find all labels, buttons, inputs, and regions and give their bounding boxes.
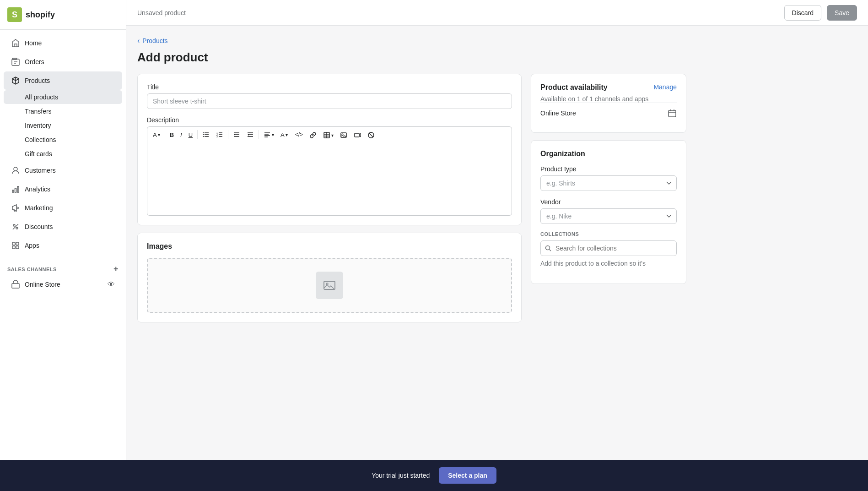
sidebar-sub-transfers[interactable]: Transfers <box>4 104 122 118</box>
vendor-label: Vendor <box>540 198 677 206</box>
svg-rect-15 <box>12 246 15 249</box>
svg-rect-3 <box>12 59 19 65</box>
svg-rect-13 <box>12 242 15 245</box>
indent-btn[interactable] <box>230 129 243 140</box>
svg-rect-7 <box>12 190 14 192</box>
eye-icon[interactable]: 👁 <box>108 280 115 289</box>
sidebar-sub-collections[interactable]: Collections <box>4 133 122 147</box>
save-button[interactable]: Save <box>827 5 857 21</box>
shopify-logo-icon: S <box>7 7 22 22</box>
sidebar-sub-gift-cards[interactable]: Gift cards <box>4 147 122 161</box>
availability-header: Product availability Manage <box>540 83 677 92</box>
svg-rect-47 <box>355 133 359 137</box>
content-area: ‹ Products Add product Title Description <box>126 26 868 491</box>
toolbar-row-2: ▾ <box>307 130 377 141</box>
sidebar-item-label: Home <box>25 39 42 47</box>
page-title: Add product <box>137 50 857 65</box>
sidebar-item-label: Orders <box>25 58 44 65</box>
bold-btn[interactable]: B <box>167 130 177 140</box>
online-store-channel-label: Online Store <box>540 109 576 117</box>
sidebar-item-label: Customers <box>25 167 56 174</box>
vendor-select[interactable]: e.g. Nike <box>540 208 677 224</box>
sidebar-item-home[interactable]: Home <box>4 34 122 52</box>
svg-rect-41 <box>324 132 329 138</box>
video-btn[interactable] <box>351 130 364 141</box>
underline-btn[interactable]: U <box>186 130 195 140</box>
search-icon <box>545 245 551 251</box>
divider <box>165 130 165 139</box>
images-card: Images <box>137 233 522 322</box>
sidebar-item-customers[interactable]: Customers <box>4 161 122 180</box>
calendar-icon[interactable] <box>668 109 677 118</box>
svg-rect-52 <box>669 110 676 117</box>
sidebar-sub-inventory[interactable]: Inventory <box>4 119 122 132</box>
sidebar-item-label: Analytics <box>25 185 50 193</box>
collections-search-wrapper <box>540 240 677 256</box>
customers-icon <box>11 166 20 175</box>
sidebar-item-orders[interactable]: Orders <box>4 53 122 71</box>
home-icon <box>11 38 20 48</box>
sidebar-item-analytics[interactable]: Analytics <box>4 180 122 198</box>
product-type-select[interactable]: e.g. Shirts <box>540 175 677 191</box>
description-label: Description <box>147 116 512 124</box>
divider <box>259 130 259 139</box>
svg-line-49 <box>369 133 373 137</box>
analytics-icon <box>11 185 20 194</box>
svg-rect-16 <box>16 246 19 249</box>
svg-point-23 <box>203 134 204 135</box>
products-icon <box>11 76 20 85</box>
image-btn[interactable] <box>337 130 350 141</box>
discounts-icon <box>11 222 20 231</box>
svg-rect-9 <box>17 186 19 192</box>
availability-card: Product availability Manage Available on… <box>531 74 686 133</box>
collections-sub-text: Add this product to a collection so it's <box>540 260 677 267</box>
sidebar-item-discounts[interactable]: Discounts <box>4 218 122 236</box>
manage-link[interactable]: Manage <box>653 83 677 91</box>
content-grid: Title Description A ▾ <box>137 74 686 330</box>
sidebar-item-apps[interactable]: Apps <box>4 236 122 255</box>
images-drop-zone[interactable] <box>147 258 512 313</box>
sidebar-item-marketing[interactable]: Marketing <box>4 199 122 217</box>
unordered-list-btn[interactable] <box>199 129 212 140</box>
breadcrumb[interactable]: ‹ Products <box>137 37 857 45</box>
sidebar-item-products[interactable]: Products <box>4 71 122 90</box>
logo-text: shopify <box>26 10 55 20</box>
discard-button[interactable]: Discard <box>784 5 821 21</box>
product-type-label: Product type <box>540 165 677 173</box>
link-btn[interactable] <box>307 130 319 141</box>
organization-title: Organization <box>540 150 677 158</box>
select-plan-button[interactable]: Select a plan <box>439 467 496 484</box>
table-btn[interactable]: ▾ <box>320 130 336 141</box>
sidebar-sub-all-products[interactable]: All products <box>4 90 122 104</box>
italic-btn[interactable]: I <box>178 130 185 140</box>
trial-banner: Your trial just started Select a plan <box>0 460 868 491</box>
svg-line-57 <box>550 250 551 251</box>
organization-card: Organization Product type e.g. Shirts Ve… <box>531 140 686 284</box>
code-view-btn[interactable]: </> <box>292 130 306 140</box>
collections-search-input[interactable] <box>540 240 677 256</box>
divider <box>197 130 198 139</box>
title-input[interactable] <box>147 93 512 109</box>
right-column: Product availability Manage Available on… <box>531 74 686 330</box>
description-editor[interactable] <box>147 142 512 216</box>
text-align-btn[interactable]: ▾ <box>261 129 277 140</box>
title-label: Title <box>147 83 512 91</box>
divider <box>228 130 228 139</box>
online-store-label: Online Store <box>25 281 60 288</box>
apps-icon <box>11 241 20 250</box>
logo: S shopify <box>0 0 126 30</box>
ordered-list-btn[interactable]: 123 <box>213 129 226 140</box>
svg-rect-14 <box>16 242 19 245</box>
outdent-btn[interactable] <box>244 129 257 140</box>
svg-point-22 <box>203 132 204 133</box>
sidebar-item-online-store[interactable]: Online Store 👁 <box>4 276 122 293</box>
trial-text: Your trial just started <box>372 472 430 479</box>
text-color-btn[interactable]: A ▾ <box>278 130 291 140</box>
add-channel-icon[interactable]: + <box>113 264 119 274</box>
svg-point-24 <box>203 136 204 137</box>
font-format-btn[interactable]: A ▾ <box>150 130 163 140</box>
topbar-title: Unsaved product <box>137 9 186 16</box>
svg-text:3: 3 <box>216 135 218 138</box>
no-format-btn[interactable] <box>365 130 377 141</box>
svg-point-10 <box>13 224 15 226</box>
